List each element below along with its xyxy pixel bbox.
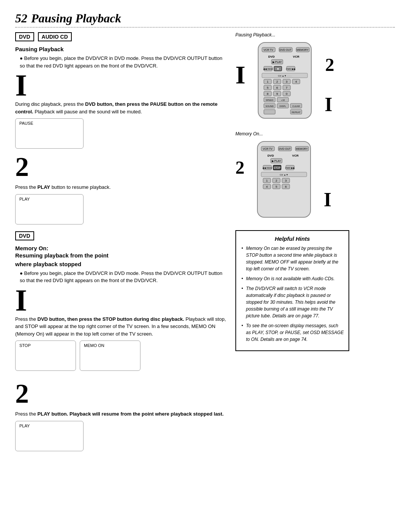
svg-text:DVD OUT: DVD OUT <box>280 49 292 51</box>
svg-text:4: 4 <box>266 185 268 188</box>
svg-text:VCR TV: VCR TV <box>264 49 274 51</box>
svg-text:CH ▲▼ · · · ·: CH ▲▼ · · · · <box>278 75 292 77</box>
svg-text:DVD: DVD <box>268 55 275 58</box>
section1-bullet: Before you begin, place the DVD/VCR in D… <box>20 55 228 69</box>
badge-dvd: DVD <box>15 32 34 41</box>
step2-number: 2 <box>15 153 228 180</box>
memory-resuming-sub1: Resuming playback from the point <box>15 252 228 259</box>
screen-memo-label: MEMO ON <box>84 343 104 348</box>
svg-text:CLEAR: CLEAR <box>292 105 300 107</box>
svg-text:VCR: VCR <box>292 154 299 157</box>
svg-text:3: 3 <box>285 179 287 182</box>
svg-text:DVD OUT: DVD OUT <box>279 148 291 150</box>
svg-text:FWD ▶▶: FWD ▶▶ <box>285 167 295 169</box>
hint-4: To see the on-screen display messages, s… <box>246 322 344 343</box>
svg-text:SOUND: SOUND <box>266 105 274 107</box>
svg-text:1: 1 <box>267 80 269 83</box>
svg-text:3: 3 <box>286 80 288 83</box>
two-screens-row: STOP MEMO ON <box>15 341 228 375</box>
svg-text:CH ▲▼: CH ▲▼ <box>280 174 288 176</box>
remote-image-2: VCR TV DVD OUT MEMORY DVD VCR ▶ PLAY STO… <box>246 140 322 220</box>
remote-image-1: VCR TV DVD OUT MEMORY DVD VCR ▶ PLAY <box>247 41 323 121</box>
svg-text:6: 6 <box>285 185 287 188</box>
step1-bar-s2: I <box>15 287 228 313</box>
svg-text:VCR TV: VCR TV <box>263 148 273 150</box>
memory-resuming-sub2: where playback stopped <box>15 261 228 267</box>
hint-3: The DVD/VCR will switch to VCR mode auto… <box>246 285 344 319</box>
page-title: Pausing Playback <box>31 11 121 25</box>
section2-bullet: Before you begin, place the DVD/VCR in D… <box>20 270 228 284</box>
svg-text:1: 1 <box>266 179 268 182</box>
screen-stop-label: STOP <box>19 343 31 348</box>
screen-pause: PAUSE <box>15 118 84 149</box>
svg-text:■: ■ <box>277 67 279 70</box>
svg-text:▶ PLAY: ▶ PLAY <box>272 160 281 162</box>
svg-text:DVD: DVD <box>268 154 274 157</box>
svg-text:◀◀ REW: ◀◀ REW <box>262 167 272 169</box>
svg-text:STOP: STOP <box>274 166 281 169</box>
svg-text:8: 8 <box>267 92 269 96</box>
screen-memo-on: MEMO ON <box>80 341 140 371</box>
badges-row: DVD AUDIO CD <box>15 32 228 41</box>
svg-text:MEMORY: MEMORY <box>297 49 309 51</box>
screen-stop: STOP <box>15 341 76 371</box>
step2-instruction-s2: Press the PLAY button. Playback will res… <box>15 410 228 418</box>
right-step-i-2: I <box>324 191 331 209</box>
hint-1: Memory On can be erased by pressing the … <box>246 245 344 272</box>
right-caption-2: Memory On... <box>235 131 349 137</box>
right-step2-left: 2 <box>235 159 244 177</box>
svg-text:DISPL: DISPL <box>280 105 287 107</box>
screen-play-2: PLAY <box>15 421 84 451</box>
svg-text:6: 6 <box>276 86 278 89</box>
svg-text:SPEED: SPEED <box>266 99 274 101</box>
right-caption-1: Pausing Playback... <box>235 32 349 38</box>
right-step-i: I <box>325 96 332 114</box>
screen-play: PLAY <box>15 194 84 224</box>
step1-bar: I <box>15 72 228 98</box>
step2-number-s2: 2 <box>15 380 228 407</box>
svg-text:▶ PLAY: ▶ PLAY <box>273 61 282 63</box>
dotted-divider <box>15 27 395 28</box>
svg-text:5: 5 <box>276 185 278 188</box>
svg-text:7: 7 <box>286 86 288 89</box>
badge-audio-cd: AUDIO CD <box>38 32 72 41</box>
step1-instruction-s2: Press the DVD button, then press the STO… <box>15 315 228 338</box>
svg-rect-49 <box>264 110 275 114</box>
right-step2-num: 2 <box>325 56 334 74</box>
page-number: 52 <box>15 11 27 25</box>
memory-on-title: Memory On: <box>15 245 228 251</box>
section2-badge-row: DVD <box>15 231 228 240</box>
svg-text:4: 4 <box>295 80 297 83</box>
screen-play-2-label: PLAY <box>19 424 30 428</box>
svg-text:◀◀ REW: ◀◀ REW <box>263 68 273 70</box>
section1-title: Pausing Playback <box>15 46 228 52</box>
svg-text:9: 9 <box>276 92 278 96</box>
svg-text:2: 2 <box>276 80 278 83</box>
screen-play-label: PLAY <box>19 197 30 201</box>
right-step-bar-1: I <box>235 63 245 86</box>
hint-2: Memory On is not available with Audio CD… <box>246 275 344 282</box>
step1-instruction: During disc playback, press the DVD butt… <box>15 100 228 115</box>
step2-instruction: Press the PLAY button to resume playback… <box>15 184 228 191</box>
helpful-hints-title: Helpful Hints <box>241 235 344 242</box>
svg-text:VCR: VCR <box>293 55 300 58</box>
svg-text:5: 5 <box>267 86 269 89</box>
badge-dvd-2: DVD <box>15 231 34 240</box>
helpful-hints-box: Helpful Hints Memory On can be erased by… <box>235 230 349 351</box>
svg-text:0: 0 <box>286 92 288 96</box>
svg-text:FWD ▶▶: FWD ▶▶ <box>286 68 296 70</box>
svg-text:REPEAT: REPEAT <box>292 111 301 113</box>
svg-text:MEMORY: MEMORY <box>296 148 308 150</box>
svg-text:2: 2 <box>276 179 278 182</box>
svg-text:+10: +10 <box>281 99 285 101</box>
screen-pause-label: PAUSE <box>19 121 33 126</box>
